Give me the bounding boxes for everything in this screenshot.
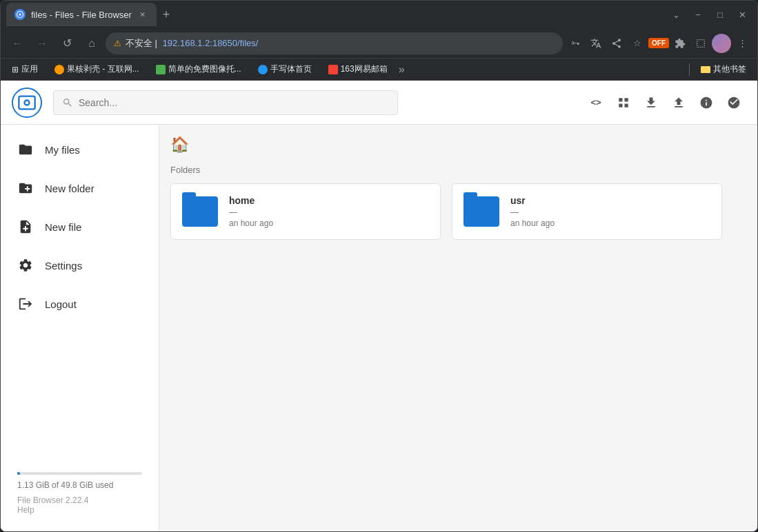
storage-bar xyxy=(17,472,142,475)
apps-icon: ⊞ xyxy=(12,65,19,74)
close-button[interactable]: ✕ xyxy=(732,5,752,24)
bookmark-image[interactable]: 简单的免费图像托... xyxy=(150,62,247,76)
folder-info-usr: usr — an hour ago xyxy=(510,195,710,228)
main-layout: My files New folder New file xyxy=(1,125,757,531)
search-input[interactable] xyxy=(79,97,389,108)
bookmarks-separator xyxy=(689,63,690,76)
bookmark-163-icon xyxy=(328,65,338,74)
sidebar-item-logout[interactable]: Logout xyxy=(1,285,159,323)
bookmark-apps[interactable]: ⊞ 应用 xyxy=(6,62,43,76)
extension-puzzle-icon[interactable] xyxy=(670,34,690,53)
logout-label: Logout xyxy=(45,298,77,310)
download-button[interactable] xyxy=(639,90,664,115)
app-content: <> xyxy=(1,81,757,531)
share-icon[interactable] xyxy=(607,34,626,53)
folder-name-home: home xyxy=(229,195,429,206)
bookmark-handwriting[interactable]: 手写体首页 xyxy=(252,62,317,76)
info-button[interactable] xyxy=(694,90,719,115)
folder-icon-usr xyxy=(463,196,499,227)
bookmarks-other-label: 其他书签 xyxy=(713,63,746,75)
upload-button[interactable] xyxy=(666,90,691,115)
address-url: 192.168.1.2:18650/files/ xyxy=(163,38,259,48)
folder-card-usr[interactable]: usr — an hour ago xyxy=(452,183,722,240)
folder-time-home: an hour ago xyxy=(229,218,429,228)
other-folder-icon xyxy=(701,66,710,73)
sidebar-panel-icon[interactable] xyxy=(691,34,710,53)
browser-window: files - Files - File Browser ✕ + ⌄ − □ ✕… xyxy=(0,0,758,532)
storage-text: 1.13 GiB of 49.8 GiB used xyxy=(17,480,142,490)
bookmark-guohe-label: 果核剥壳 - 互联网... xyxy=(67,63,139,75)
star-icon[interactable]: ☆ xyxy=(628,34,647,53)
search-box[interactable] xyxy=(53,90,398,115)
address-bar[interactable]: ⚠ 不安全 | 192.168.1.2:18650/files/ xyxy=(106,32,563,54)
svg-point-4 xyxy=(26,101,29,104)
settings-label: Settings xyxy=(45,260,82,272)
forward-button[interactable]: → xyxy=(31,32,53,54)
bookmarks-other-button[interactable]: 其他书签 xyxy=(695,62,752,76)
maximize-button[interactable]: □ xyxy=(710,5,730,24)
nav-actions: 🗝 ☆ OFF ⋮ xyxy=(566,34,752,53)
tab-title: files - Files - File Browser xyxy=(31,10,132,20)
breadcrumb: 🏠 xyxy=(170,136,746,154)
reload-button[interactable]: ↺ xyxy=(56,32,78,54)
bookmark-163[interactable]: 163网易邮箱 xyxy=(323,62,393,76)
folder-card-home[interactable]: home — an hour ago xyxy=(170,183,441,240)
bookmark-image-icon xyxy=(156,65,166,74)
security-warning-icon: ⚠ xyxy=(114,39,121,48)
bookmark-apps-label: 应用 xyxy=(21,63,38,75)
address-warning-text: 不安全 | xyxy=(126,38,157,48)
check-button[interactable] xyxy=(721,90,746,115)
tab-close-button[interactable]: ✕ xyxy=(137,9,148,20)
sidebar-item-settings[interactable]: Settings xyxy=(1,246,159,285)
new-tab-button[interactable]: + xyxy=(157,5,176,24)
bookmarks-bar: ⊞ 应用 果核剥壳 - 互联网... 简单的免费图像托... 手写体首页 163… xyxy=(1,59,757,81)
folders-grid: home — an hour ago usr — an hour ago xyxy=(170,183,722,240)
breadcrumb-home-icon[interactable]: 🏠 xyxy=(170,136,189,154)
menu-button[interactable]: ⋮ xyxy=(732,34,752,53)
grid-view-button[interactable] xyxy=(611,90,636,115)
sidebar-item-new-folder[interactable]: New folder xyxy=(1,169,159,207)
back-button[interactable]: ← xyxy=(6,32,28,54)
folder-icon xyxy=(17,141,34,158)
profile-avatar[interactable] xyxy=(712,34,731,53)
navigation-bar: ← → ↺ ⌂ ⚠ 不安全 | 192.168.1.2:18650/files/… xyxy=(1,28,757,59)
app-header: <> xyxy=(1,81,757,125)
app-version: File Browser 2.22.4 xyxy=(17,495,142,505)
header-actions: <> xyxy=(584,90,746,115)
search-icon xyxy=(62,97,73,108)
sidebar-item-new-file[interactable]: New file xyxy=(1,207,159,246)
new-file-label: New file xyxy=(45,221,81,233)
code-view-button[interactable]: <> xyxy=(584,90,608,115)
title-bar-left: files - Files - File Browser ✕ + xyxy=(6,3,664,26)
help-link[interactable]: Help xyxy=(17,505,142,515)
folder-info-home: home — an hour ago xyxy=(229,195,429,228)
bookmark-guohe[interactable]: 果核剥壳 - 互联网... xyxy=(49,62,145,76)
my-files-label: My files xyxy=(45,144,80,156)
key-icon[interactable]: 🗝 xyxy=(566,34,585,53)
bookmark-163-label: 163网易邮箱 xyxy=(341,63,388,75)
sidebar-item-my-files[interactable]: My files xyxy=(1,130,159,169)
settings-icon xyxy=(17,257,34,274)
app-logo[interactable] xyxy=(12,88,42,118)
window-controls: ⌄ − □ ✕ xyxy=(666,5,752,24)
address-text: 不安全 | 192.168.1.2:18650/files/ xyxy=(126,37,555,50)
translate-icon[interactable] xyxy=(586,34,606,53)
bookmark-handwriting-label: 手写体首页 xyxy=(270,63,312,75)
extension-toggle-button[interactable]: OFF xyxy=(648,38,669,48)
folder-size-home: — xyxy=(229,207,429,217)
bookmarks-more-button[interactable]: » xyxy=(399,63,405,76)
bookmark-handwriting-icon xyxy=(258,65,268,74)
new-folder-icon xyxy=(17,180,34,196)
file-browser: 🏠 Folders home — an hour ago xyxy=(159,125,757,531)
folder-icon-home xyxy=(182,196,218,227)
home-button[interactable]: ⌂ xyxy=(81,32,103,54)
folders-section-label: Folders xyxy=(170,165,746,175)
sidebar-bottom: 1.13 GiB of 49.8 GiB used File Browser 2… xyxy=(1,461,159,526)
chevron-button[interactable]: ⌄ xyxy=(666,5,686,24)
sidebar: My files New folder New file xyxy=(1,125,159,531)
minimize-button[interactable]: − xyxy=(688,5,708,24)
browser-tab[interactable]: files - Files - File Browser ✕ xyxy=(6,3,157,26)
bookmark-guohe-icon xyxy=(54,65,64,74)
folder-time-usr: an hour ago xyxy=(510,218,710,228)
tab-favicon-icon xyxy=(14,9,26,20)
